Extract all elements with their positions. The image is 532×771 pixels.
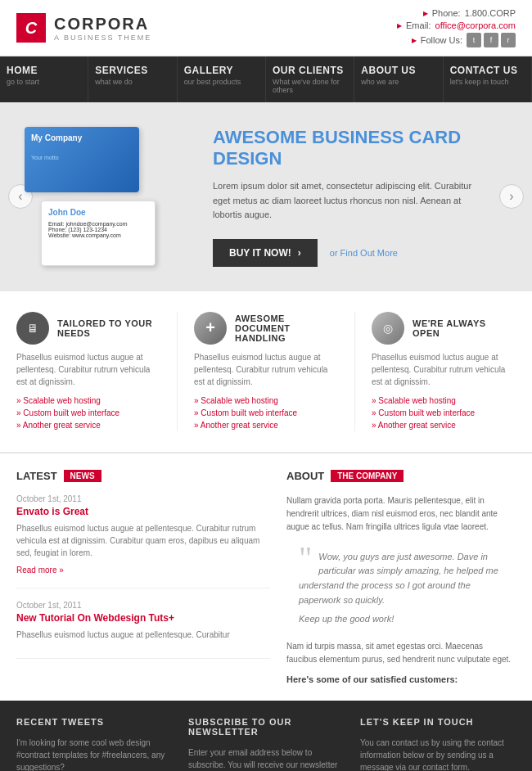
- brand-tagline: A BUSINESS THEME: [54, 34, 151, 42]
- phone-row: Phone: 1.800.CORP: [423, 8, 516, 18]
- slider-next-button[interactable]: ›: [499, 184, 524, 209]
- feature-3-link-2[interactable]: Custom built web interface: [372, 407, 516, 419]
- news-1-readmore[interactable]: Read more: [16, 566, 64, 575]
- quote-block: " Wow, you guys are just awesome. Dave i…: [286, 542, 516, 632]
- news-item-2: October 1st, 2011 New Tutorial On Webdes…: [16, 601, 270, 659]
- feature-1-link-1[interactable]: Scalable web hosting: [16, 395, 160, 407]
- nav-gallery[interactable]: GALLERY our best products: [178, 56, 266, 102]
- facebook-icon[interactable]: f: [484, 33, 498, 47]
- twitter-icon[interactable]: t: [467, 33, 481, 47]
- tweets-title: RECENT TWEETS: [16, 717, 172, 727]
- nav-services[interactable]: SERVICES what we do: [88, 56, 177, 102]
- nav-gallery-label: GALLERY: [184, 65, 259, 76]
- follow-row: Follow Us: t f r: [412, 33, 516, 47]
- email-row: Email: office@corpora.com: [397, 20, 516, 30]
- quote-text: Wow, you guys are just awesome. Dave in …: [299, 550, 503, 607]
- nav-contact[interactable]: CONTACT US let's keep in touch: [444, 56, 532, 102]
- nav-about-label: ABOUT US: [361, 65, 435, 76]
- main-content: LATEST NEWS October 1st, 2011 Envato is …: [0, 453, 532, 701]
- feature-2-links: Scalable web hosting Custom built web in…: [194, 395, 338, 431]
- email-link[interactable]: office@corpora.com: [435, 20, 516, 30]
- nav-home-label: HOME: [7, 65, 81, 76]
- rss-icon[interactable]: r: [501, 33, 516, 47]
- features-section: 🖥 TAILORED TO YOUR NEEDS Phasellus euism…: [0, 291, 532, 453]
- feature-2-link-2[interactable]: Custom built web interface: [194, 407, 338, 419]
- satisfied-text: Here's some of our satisfied customers:: [286, 674, 516, 684]
- footer: RECENT TWEETS I'm looking for some cool …: [0, 701, 532, 771]
- contact-text: You can contact us by using the contact …: [360, 737, 516, 771]
- feature-2-title: AWESOME DOCUMENT HANDLING: [235, 313, 338, 343]
- business-card-back: John Doe Email: johndoe@company.com Phon…: [41, 201, 156, 266]
- nav-about-sub: who we are: [361, 78, 435, 86]
- contact-title: LET'S KEEP IN TOUCH: [360, 717, 516, 727]
- nav-home[interactable]: HOME go to start: [0, 56, 88, 102]
- nav-clients-sub: What we've done for others: [273, 78, 347, 94]
- find-out-link[interactable]: or Find Out More: [330, 248, 398, 258]
- feature-2-link-1[interactable]: Scalable web hosting: [194, 395, 338, 407]
- hero-image-area: My Company Your motto John Doe Email: jo…: [25, 127, 188, 266]
- feature-3-link-3[interactable]: Another great service: [372, 419, 516, 431]
- news-badge: NEWS: [64, 470, 101, 482]
- news-1-title[interactable]: Envato is Great: [16, 506, 270, 517]
- feature-1-links: Scalable web hosting Custom built web in…: [16, 395, 160, 431]
- card-subtitle: Your motto: [31, 155, 133, 160]
- buy-button-arrow: ›: [298, 247, 301, 259]
- nav-clients[interactable]: OUR CLIENTS What we've done for others: [266, 56, 354, 102]
- feature-1-link-3[interactable]: Another great service: [16, 419, 160, 431]
- social-icons-row: t f r: [467, 33, 516, 47]
- about-label: ABOUT: [286, 470, 324, 482]
- news-1-excerpt: Phasellus euismod luctus augue at pellen…: [16, 522, 270, 559]
- nav-home-sub: go to start: [7, 78, 81, 86]
- feature-1-link-2[interactable]: Custom built web interface: [16, 407, 160, 419]
- nav-services-sub: what we do: [95, 78, 169, 86]
- hero-content: AWESOME BUSINESS CARD DESIGN Lorem ipsum…: [213, 127, 483, 267]
- feature-divider-2: [354, 312, 355, 431]
- follow-label: Follow Us:: [421, 35, 462, 45]
- news-2-excerpt: Phasellus euismod luctus augue at pellen…: [16, 629, 270, 641]
- tweet-1: I'm looking for some cool web design #co…: [16, 737, 172, 771]
- about-header: ABOUT THE COMPANY: [286, 470, 516, 482]
- logo-letter: C: [25, 19, 37, 38]
- news-2-title[interactable]: New Tutorial On Webdesign Tuts+: [16, 612, 270, 624]
- card-detail1: Email: johndoe@company.com: [48, 221, 148, 227]
- feature-3: ◎ WE'RE ALWAYS OPEN Phasellus euismod lu…: [372, 312, 516, 431]
- nav-services-label: SERVICES: [95, 65, 169, 76]
- card-detail3: Website: www.company.com: [48, 232, 148, 238]
- top-right-contact: Phone: 1.800.CORP Email: office@corpora.…: [397, 8, 516, 47]
- tweet-1-text: I'm looking for some cool web design #co…: [16, 737, 172, 771]
- hero-body: Lorem ipsum dolor sit amet, consectetur …: [213, 179, 483, 223]
- news-label: LATEST: [16, 470, 57, 482]
- newsletter-text: Enter your email address below to subscr…: [188, 746, 344, 771]
- feature-1-header: 🖥 TAILORED TO YOUR NEEDS: [16, 312, 160, 345]
- footer-tweets: RECENT TWEETS I'm looking for some cool …: [16, 717, 172, 771]
- feature-3-body: Phasellus euismod luctus augue at pellen…: [372, 351, 516, 388]
- card-name: John Doe: [48, 208, 148, 217]
- feature-1-icon: 🖥: [16, 312, 49, 345]
- logo-icon: C: [16, 13, 46, 43]
- feature-3-links: Scalable web hosting Custom built web in…: [372, 395, 516, 431]
- brand-name: CORPORA: [54, 15, 151, 34]
- quote-author: Keep up the good work!: [299, 614, 503, 624]
- nav-about[interactable]: ABOUT US who we are: [354, 56, 443, 102]
- phone-label: Phone:: [432, 8, 461, 18]
- buy-button[interactable]: BUY IT NOW! ›: [213, 239, 318, 267]
- nav-gallery-sub: our best products: [184, 78, 259, 86]
- logo: C CORPORA A BUSINESS THEME: [16, 13, 151, 43]
- hero-title: AWESOME BUSINESS CARD DESIGN: [213, 127, 483, 169]
- feature-3-title: WE'RE ALWAYS OPEN: [413, 318, 516, 338]
- hero-section: ‹ My Company Your motto John Doe Email: …: [0, 102, 532, 291]
- feature-2-header: + AWESOME DOCUMENT HANDLING: [194, 312, 338, 345]
- about-after-quote: Nam id turpis massa, sit amet egestas or…: [286, 640, 516, 666]
- feature-2-body: Phasellus euismod luctus augue at pellen…: [194, 351, 338, 388]
- feature-2-link-3[interactable]: Another great service: [194, 419, 338, 431]
- news-2-date: October 1st, 2011: [16, 601, 270, 610]
- feature-1: 🖥 TAILORED TO YOUR NEEDS Phasellus euism…: [16, 312, 160, 431]
- logo-bar: C CORPORA A BUSINESS THEME Phone: 1.800.…: [0, 0, 532, 56]
- news-item-1: October 1st, 2011 Envato is Great Phasel…: [16, 494, 270, 588]
- footer-contact: LET'S KEEP IN TOUCH You can contact us b…: [360, 717, 516, 771]
- feature-2-icon: +: [194, 312, 227, 345]
- newsletter-title: SUBSCRIBE TO OUR NEWSLETTER: [188, 717, 344, 737]
- feature-3-icon: ◎: [372, 312, 404, 345]
- nav-contact-label: CONTACT US: [450, 65, 525, 76]
- feature-3-link-1[interactable]: Scalable web hosting: [372, 395, 516, 407]
